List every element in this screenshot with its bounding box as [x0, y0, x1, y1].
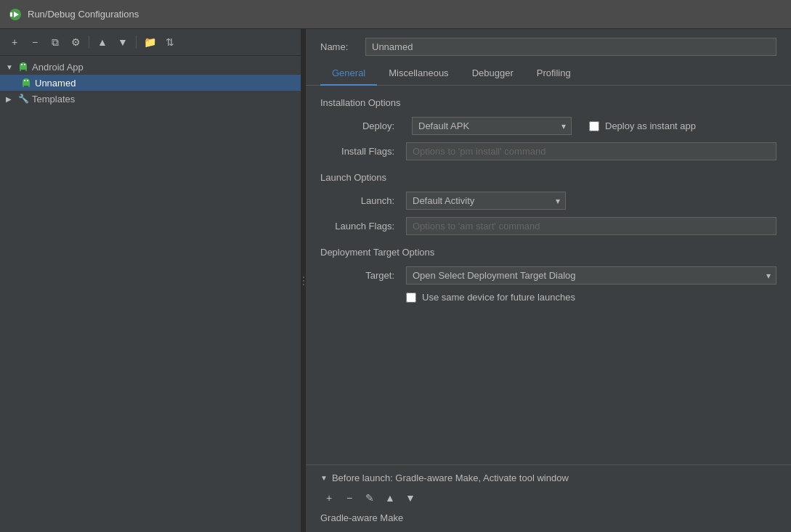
name-row: Name:: [306, 29, 791, 62]
installation-options-section: Installation Options Deploy: Default APK…: [320, 97, 776, 160]
instant-app-row: Deploy as instant app: [589, 120, 696, 131]
svg-point-7: [21, 64, 23, 65]
tab-debugger[interactable]: Debugger: [461, 62, 525, 86]
remove-config-button[interactable]: −: [26, 33, 44, 51]
add-config-button[interactable]: +: [6, 33, 23, 51]
svg-point-13: [24, 80, 25, 81]
install-flags-row: Install Flags:: [320, 142, 776, 160]
launch-options-title: Launch Options: [320, 172, 776, 183]
instant-app-checkbox[interactable]: [589, 121, 599, 131]
expand-arrow-templates: ▶: [6, 95, 15, 103]
unnamed-label: Unnamed: [35, 78, 76, 89]
target-select-wrapper: Open Select Deployment Target Dialog USB…: [406, 266, 776, 285]
instant-app-label: Deploy as instant app: [605, 120, 696, 131]
toolbar-separator-2: [136, 36, 137, 49]
tab-profiling[interactable]: Profiling: [525, 62, 583, 86]
main-container: + − ⧉ ⚙ ▲ ▼ 📁 ⇅ ▼: [0, 29, 791, 532]
config-tree: ▼ Android App: [0, 56, 301, 532]
launch-options-section: Launch Options Launch: Default Activity …: [320, 172, 776, 235]
move-down-button[interactable]: ▼: [114, 33, 131, 51]
deploy-label: Deploy:: [320, 120, 400, 131]
before-launch-arrow[interactable]: ▼: [320, 474, 328, 482]
copy-config-button[interactable]: ⧉: [46, 33, 64, 51]
installation-options-title: Installation Options: [320, 97, 776, 108]
svg-rect-2: [10, 12, 12, 17]
before-launch-up-button[interactable]: ▲: [381, 489, 399, 507]
same-device-label: Use same device for future launches: [422, 292, 575, 303]
svg-point-14: [27, 80, 28, 81]
same-device-checkbox-row: Use same device for future launches: [406, 292, 575, 303]
before-launch-section: ▼ Before launch: Gradle-aware Make, Acti…: [306, 465, 791, 532]
tab-miscellaneous[interactable]: Miscellaneous: [377, 62, 460, 86]
svg-point-8: [24, 64, 25, 65]
install-flags-input[interactable]: [406, 142, 776, 160]
target-select[interactable]: Open Select Deployment Target Dialog USB…: [406, 266, 776, 285]
resize-dots: [303, 277, 304, 285]
launch-flags-row: Launch Flags:: [320, 217, 776, 235]
launch-select[interactable]: Default Activity Specified Activity Noth…: [406, 192, 566, 210]
same-device-checkbox[interactable]: [406, 292, 416, 303]
tree-android-app[interactable]: ▼ Android App: [0, 59, 301, 75]
before-launch-down-button[interactable]: ▼: [402, 489, 419, 507]
launch-flags-input[interactable]: [406, 217, 776, 235]
sort-button[interactable]: ⇅: [161, 33, 179, 51]
target-row: Target: Open Select Deployment Target Di…: [320, 266, 776, 285]
android-app-label: Android App: [32, 62, 84, 73]
target-label: Target:: [320, 270, 400, 281]
right-panel: Name: General Miscellaneous Debugger Pro…: [306, 29, 791, 532]
run-debug-icon: [9, 8, 22, 21]
launch-row: Launch: Default Activity Specified Activ…: [320, 192, 776, 210]
launch-select-wrapper: Default Activity Specified Activity Noth…: [406, 192, 566, 210]
launch-flags-control: [406, 217, 776, 235]
launch-label: Launch:: [320, 195, 400, 206]
deploy-select-wrapper: Default APK APK from app bundle Nothing: [412, 117, 572, 135]
before-launch-item-gradle: Gradle-aware Make: [320, 511, 776, 525]
deploy-select[interactable]: Default APK APK from app bundle Nothing: [412, 117, 572, 135]
before-launch-add-button[interactable]: +: [320, 489, 338, 507]
content-area: Installation Options Deploy: Default APK…: [306, 86, 791, 465]
tab-general[interactable]: General: [320, 62, 377, 86]
tree-templates[interactable]: ▶ 🔧 Templates: [0, 91, 301, 107]
templates-label: Templates: [32, 94, 75, 105]
tabs-bar: General Miscellaneous Debugger Profiling: [306, 62, 791, 86]
launch-flags-label: Launch Flags:: [320, 221, 400, 232]
left-panel: + − ⧉ ⚙ ▲ ▼ 📁 ⇅ ▼: [0, 29, 301, 532]
deploy-row: Deploy: Default APK APK from app bundle …: [320, 117, 776, 135]
expand-arrow-android: ▼: [6, 63, 15, 71]
before-launch-remove-button[interactable]: −: [341, 489, 358, 507]
title-bar: Run/Debug Configurations: [0, 0, 791, 29]
tree-unnamed-item[interactable]: Unnamed: [0, 75, 301, 91]
svg-rect-10: [23, 81, 30, 86]
name-label: Name:: [320, 41, 357, 52]
install-flags-control: [406, 142, 776, 160]
title-bar-text: Run/Debug Configurations: [28, 9, 139, 20]
svg-rect-4: [20, 65, 27, 70]
toolbar-separator-1: [89, 36, 89, 49]
templates-icon: 🔧: [17, 93, 29, 105]
unnamed-icon: [20, 77, 32, 89]
before-launch-toolbar: + − ✎ ▲ ▼: [320, 489, 776, 507]
move-up-button[interactable]: ▲: [94, 33, 111, 51]
settings-button[interactable]: ⚙: [67, 33, 84, 51]
folder-button[interactable]: 📁: [141, 33, 158, 51]
before-launch-header: ▼ Before launch: Gradle-aware Make, Acti…: [320, 472, 776, 483]
before-launch-edit-button[interactable]: ✎: [361, 489, 378, 507]
deployment-target-title: Deployment Target Options: [320, 247, 776, 258]
install-flags-label: Install Flags:: [320, 146, 400, 157]
before-launch-title: Before launch: Gradle-aware Make, Activa…: [332, 472, 569, 483]
left-toolbar: + − ⧉ ⚙ ▲ ▼ 📁 ⇅: [0, 29, 301, 56]
same-device-row: Use same device for future launches: [320, 292, 776, 303]
deployment-target-section: Deployment Target Options Target: Open S…: [320, 247, 776, 303]
name-input[interactable]: [365, 38, 776, 56]
android-app-icon: [17, 61, 29, 73]
